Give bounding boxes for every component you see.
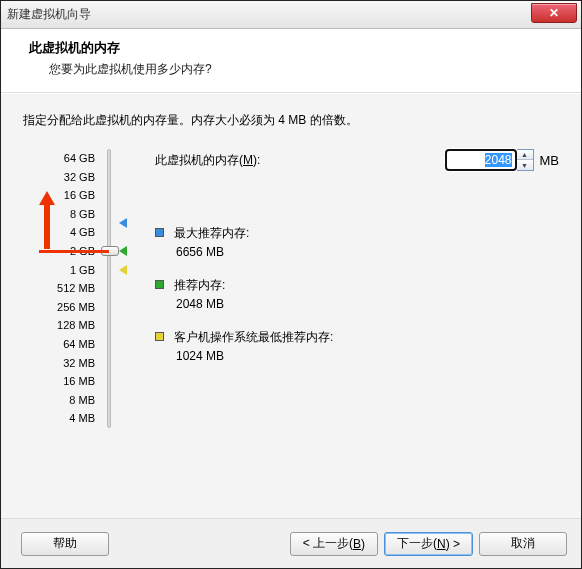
slider-tick: 8 GB: [23, 205, 105, 224]
slider-tick: 64 MB: [23, 335, 105, 354]
back-button[interactable]: < 上一步(B): [290, 532, 378, 556]
legend-max: 最大推荐内存:: [155, 225, 559, 241]
spinner-buttons: ▲ ▼: [517, 149, 534, 171]
close-icon: ✕: [549, 6, 559, 20]
close-button[interactable]: ✕: [531, 3, 577, 23]
window-title: 新建虚拟机向导: [7, 6, 91, 23]
slider-tick: 32 GB: [23, 168, 105, 187]
wizard-window: 新建虚拟机向导 ✕ 此虚拟机的内存 您要为此虚拟机使用多少内存? 指定分配给此虚…: [0, 0, 582, 569]
memory-input-row: 此虚拟机的内存(M): ▲ ▼ MB: [155, 149, 559, 171]
titlebar: 新建虚拟机向导 ✕: [1, 1, 581, 29]
memory-spinner: ▲ ▼: [445, 149, 534, 171]
square-icon: [155, 280, 164, 289]
memory-unit: MB: [540, 153, 560, 168]
svg-marker-0: [39, 191, 55, 249]
header-subtitle: 您要为此虚拟机使用多少内存?: [49, 61, 561, 78]
wizard-header: 此虚拟机的内存 您要为此虚拟机使用多少内存?: [1, 29, 581, 93]
description-text: 指定分配给此虚拟机的内存量。内存大小必须为 4 MB 的倍数。: [23, 112, 559, 129]
slider-tick: 8 MB: [23, 391, 105, 410]
legend-max-value: 6656 MB: [176, 245, 559, 259]
info-column: 此虚拟机的内存(M): ▲ ▼ MB 最大推荐内存:: [155, 149, 559, 428]
slider-tick: 16 GB: [23, 186, 105, 205]
wizard-footer: 帮助 < 上一步(B) 下一步(N) > 取消: [1, 518, 581, 568]
slider-tick: 256 MB: [23, 298, 105, 317]
slider-tick: 64 GB: [23, 149, 105, 168]
memory-input-label: 此虚拟机的内存(M):: [155, 152, 445, 169]
annotation-arrow-icon: [39, 191, 55, 249]
slider-tick: 4 MB: [23, 409, 105, 428]
legend-min-value: 1024 MB: [176, 349, 559, 363]
square-icon: [155, 332, 164, 341]
legend-recommended: 推荐内存:: [155, 277, 559, 293]
spinner-up-button[interactable]: ▲: [517, 150, 533, 160]
memory-input[interactable]: [445, 149, 517, 171]
header-title: 此虚拟机的内存: [29, 39, 561, 57]
slider-tick: 4 GB: [23, 223, 105, 242]
memory-slider-column: 64 GB32 GB16 GB8 GB4 GB2 GB1 GB512 MB256…: [23, 149, 105, 428]
slider-tick: 32 MB: [23, 354, 105, 373]
legend-min-label: 客户机操作系统最低推荐内存:: [174, 329, 333, 345]
memory-area: 64 GB32 GB16 GB8 GB4 GB2 GB1 GB512 MB256…: [23, 149, 559, 428]
max-marker-icon: [119, 218, 127, 228]
min-marker-icon: [119, 265, 127, 275]
wizard-content: 指定分配给此虚拟机的内存量。内存大小必须为 4 MB 的倍数。 64 GB32 …: [1, 93, 581, 518]
legend-recommended-value: 2048 MB: [176, 297, 559, 311]
slider-tick: 512 MB: [23, 279, 105, 298]
legend-max-label: 最大推荐内存:: [174, 225, 249, 241]
recommended-marker-icon: [119, 246, 127, 256]
slider-tick: 128 MB: [23, 316, 105, 335]
slider-tick: 16 MB: [23, 372, 105, 391]
spinner-down-button[interactable]: ▼: [517, 160, 533, 170]
next-button[interactable]: 下一步(N) >: [384, 532, 473, 556]
legend-recommended-label: 推荐内存:: [174, 277, 225, 293]
square-icon: [155, 228, 164, 237]
slider-tick: 1 GB: [23, 261, 105, 280]
memory-slider-track[interactable]: [107, 149, 111, 428]
cancel-button[interactable]: 取消: [479, 532, 567, 556]
legend-min: 客户机操作系统最低推荐内存:: [155, 329, 559, 345]
annotation-line: [39, 250, 109, 253]
help-button[interactable]: 帮助: [21, 532, 109, 556]
